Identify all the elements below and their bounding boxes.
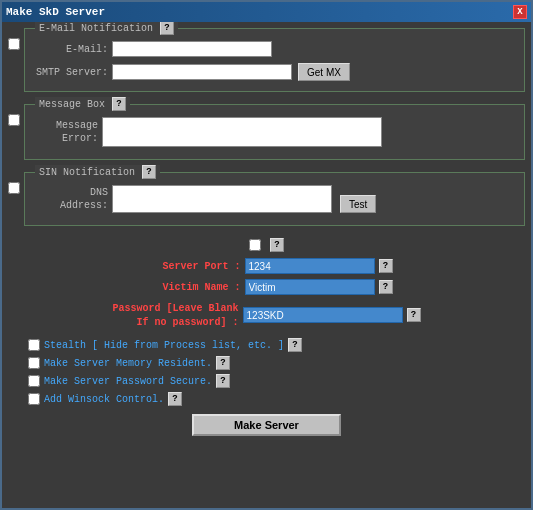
stealth-checkbox[interactable] (28, 339, 40, 351)
message-input[interactable] (102, 117, 382, 147)
email-label: E-Mail: (33, 44, 108, 55)
message-help-btn[interactable]: ? (112, 97, 126, 111)
victim-name-input[interactable] (245, 279, 375, 295)
make-server-button[interactable]: Make Server (192, 414, 341, 436)
password-row: Password [Leave BlankIf no password] : ? (8, 300, 525, 330)
password-secure-checkbox[interactable] (28, 375, 40, 387)
smtp-row: SMTP Server: Get MX (33, 63, 516, 81)
smtp-label: SMTP Server: (33, 67, 108, 78)
stealth-label: Stealth [ Hide from Process list, etc. ] (44, 340, 284, 351)
center-checkbox[interactable] (249, 239, 261, 251)
center-help-btn[interactable]: ? (270, 238, 284, 252)
message-label: MessageError: (33, 119, 98, 145)
close-button[interactable]: X (513, 5, 527, 19)
content-area: E-Mail Notification ? E-Mail: SMTP Serve… (2, 22, 531, 508)
password-secure-label: Make Server Password Secure. (44, 376, 212, 387)
stealth-help[interactable]: ? (288, 338, 302, 352)
center-checkbox-row: ? (8, 238, 525, 252)
message-legend: Message Box ? (35, 97, 130, 111)
option-winsock: Add Winsock Control. ? (28, 392, 525, 406)
message-row: MessageError: (33, 117, 516, 147)
memory-help[interactable]: ? (216, 356, 230, 370)
dns-label: DNSAddress: (33, 186, 108, 212)
victim-name-row: Victim Name : ? (8, 279, 525, 295)
sin-section-checkbox[interactable] (8, 182, 20, 194)
sin-section: SIN Notification ? DNSAddress: Test (24, 172, 525, 226)
email-section-checkbox[interactable] (8, 38, 20, 50)
sin-help-btn[interactable]: ? (142, 165, 156, 179)
option-stealth: Stealth [ Hide from Process list, etc. ]… (28, 338, 525, 352)
memory-checkbox[interactable] (28, 357, 40, 369)
option-password-secure: Make Server Password Secure. ? (28, 374, 525, 388)
server-port-help[interactable]: ? (379, 259, 393, 273)
victim-name-label: Victim Name : (141, 282, 241, 293)
options-area: Stealth [ Hide from Process list, etc. ]… (8, 338, 525, 406)
sin-legend: SIN Notification ? (35, 165, 160, 179)
title-bar: Make SkD Server X (2, 2, 531, 22)
email-section: E-Mail Notification ? E-Mail: SMTP Serve… (24, 28, 525, 92)
victim-name-help[interactable]: ? (379, 280, 393, 294)
option-memory: Make Server Memory Resident. ? (28, 356, 525, 370)
message-section: Message Box ? MessageError: (24, 104, 525, 160)
main-window: Make SkD Server X E-Mail Notification ? … (0, 0, 533, 510)
password-input[interactable] (243, 307, 403, 323)
window-title: Make SkD Server (6, 6, 105, 18)
winsock-help[interactable]: ? (168, 392, 182, 406)
dns-input[interactable] (112, 185, 332, 213)
memory-label: Make Server Memory Resident. (44, 358, 212, 369)
password-help[interactable]: ? (407, 308, 421, 322)
server-port-input[interactable] (245, 258, 375, 274)
get-mx-button[interactable]: Get MX (298, 63, 350, 81)
server-port-row: Server Port : ? (8, 258, 525, 274)
password-secure-help[interactable]: ? (216, 374, 230, 388)
email-legend: E-Mail Notification ? (35, 22, 178, 35)
smtp-input[interactable] (112, 64, 292, 80)
winsock-label: Add Winsock Control. (44, 394, 164, 405)
email-help-btn[interactable]: ? (160, 22, 174, 35)
email-row: E-Mail: (33, 41, 516, 57)
dns-row: DNSAddress: Test (33, 185, 516, 213)
message-section-checkbox[interactable] (8, 114, 20, 126)
test-button[interactable]: Test (340, 195, 376, 213)
email-input[interactable] (112, 41, 272, 57)
server-port-label: Server Port : (141, 261, 241, 272)
password-label: Password [Leave BlankIf no password] : (112, 300, 238, 330)
winsock-checkbox[interactable] (28, 393, 40, 405)
